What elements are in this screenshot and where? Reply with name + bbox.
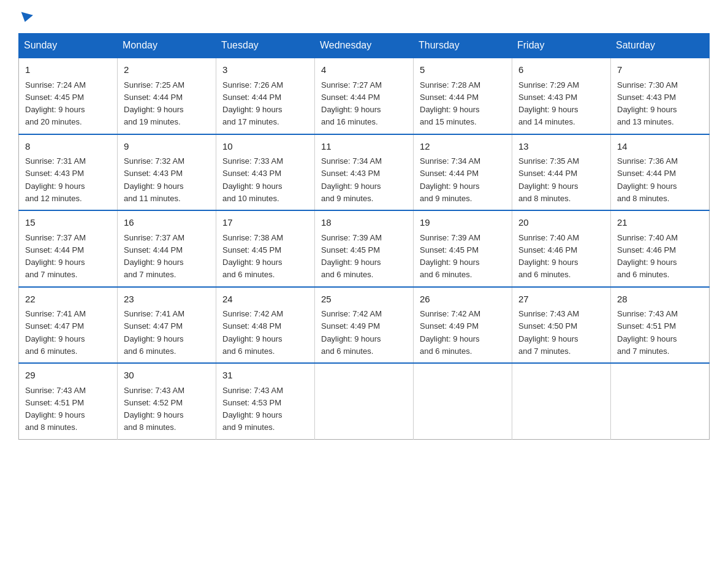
day-info: Sunrise: 7:42 AMSunset: 4:48 PMDaylight:… xyxy=(222,309,283,356)
day-number: 4 xyxy=(321,63,407,77)
day-number: 27 xyxy=(518,293,604,307)
day-info: Sunrise: 7:24 AMSunset: 4:45 PMDaylight:… xyxy=(25,80,86,127)
day-header-tuesday: Tuesday xyxy=(216,34,315,58)
calendar-cell: 18 Sunrise: 7:39 AMSunset: 4:45 PMDaylig… xyxy=(315,210,414,287)
day-info: Sunrise: 7:39 AMSunset: 4:45 PMDaylight:… xyxy=(420,233,480,280)
calendar-cell: 19 Sunrise: 7:39 AMSunset: 4:45 PMDaylig… xyxy=(414,210,512,287)
day-info: Sunrise: 7:27 AMSunset: 4:44 PMDaylight:… xyxy=(321,80,382,127)
day-info: Sunrise: 7:37 AMSunset: 4:44 PMDaylight:… xyxy=(124,233,184,280)
day-info: Sunrise: 7:28 AMSunset: 4:44 PMDaylight:… xyxy=(420,80,480,127)
calendar-cell: 6 Sunrise: 7:29 AMSunset: 4:43 PMDayligh… xyxy=(512,58,611,134)
day-info: Sunrise: 7:33 AMSunset: 4:43 PMDaylight:… xyxy=(222,156,283,203)
calendar-cell: 31 Sunrise: 7:43 AMSunset: 4:53 PMDaylig… xyxy=(216,363,315,439)
calendar-cell: 29 Sunrise: 7:43 AMSunset: 4:51 PMDaylig… xyxy=(19,363,118,439)
day-number: 14 xyxy=(617,140,703,154)
day-number: 26 xyxy=(420,293,506,307)
calendar-cell: 25 Sunrise: 7:42 AMSunset: 4:49 PMDaylig… xyxy=(315,287,414,364)
day-number: 24 xyxy=(222,293,308,307)
logo-triangle-icon xyxy=(19,12,33,24)
day-info: Sunrise: 7:36 AMSunset: 4:44 PMDaylight:… xyxy=(617,156,678,203)
day-number: 8 xyxy=(25,140,111,154)
day-number: 15 xyxy=(25,216,111,230)
calendar-cell xyxy=(611,363,710,439)
day-info: Sunrise: 7:35 AMSunset: 4:44 PMDaylight:… xyxy=(518,156,579,203)
week-row-5: 29 Sunrise: 7:43 AMSunset: 4:51 PMDaylig… xyxy=(19,363,710,439)
calendar-cell: 21 Sunrise: 7:40 AMSunset: 4:46 PMDaylig… xyxy=(611,210,710,287)
day-number: 9 xyxy=(124,140,210,154)
calendar-cell xyxy=(512,363,611,439)
day-info: Sunrise: 7:32 AMSunset: 4:43 PMDaylight:… xyxy=(124,156,184,203)
logo-line1 xyxy=(18,12,32,21)
day-header-thursday: Thursday xyxy=(414,34,512,58)
day-header-sunday: Sunday xyxy=(19,34,118,58)
day-info: Sunrise: 7:41 AMSunset: 4:47 PMDaylight:… xyxy=(124,309,184,356)
day-info: Sunrise: 7:43 AMSunset: 4:53 PMDaylight:… xyxy=(222,386,283,432)
day-info: Sunrise: 7:43 AMSunset: 4:50 PMDaylight:… xyxy=(518,309,579,356)
calendar-cell xyxy=(414,363,512,439)
day-number: 20 xyxy=(518,216,604,230)
day-info: Sunrise: 7:38 AMSunset: 4:45 PMDaylight:… xyxy=(222,233,283,280)
day-number: 28 xyxy=(617,293,703,307)
week-row-2: 8 Sunrise: 7:31 AMSunset: 4:43 PMDayligh… xyxy=(19,134,710,211)
day-info: Sunrise: 7:43 AMSunset: 4:52 PMDaylight:… xyxy=(124,386,184,432)
calendar-cell: 17 Sunrise: 7:38 AMSunset: 4:45 PMDaylig… xyxy=(216,210,315,287)
day-number: 29 xyxy=(25,369,111,383)
calendar-cell xyxy=(315,363,414,439)
day-number: 13 xyxy=(518,140,604,154)
day-number: 19 xyxy=(420,216,506,230)
calendar-cell: 28 Sunrise: 7:43 AMSunset: 4:51 PMDaylig… xyxy=(611,287,710,364)
calendar-cell: 30 Sunrise: 7:43 AMSunset: 4:52 PMDaylig… xyxy=(118,363,216,439)
day-number: 10 xyxy=(222,140,308,154)
calendar-cell: 10 Sunrise: 7:33 AMSunset: 4:43 PMDaylig… xyxy=(216,134,315,211)
calendar-cell: 15 Sunrise: 7:37 AMSunset: 4:44 PMDaylig… xyxy=(19,210,118,287)
day-header-monday: Monday xyxy=(118,34,216,58)
calendar-cell: 2 Sunrise: 7:25 AMSunset: 4:44 PMDayligh… xyxy=(118,58,216,134)
day-info: Sunrise: 7:42 AMSunset: 4:49 PMDaylight:… xyxy=(420,309,480,356)
day-info: Sunrise: 7:41 AMSunset: 4:47 PMDaylight:… xyxy=(25,309,86,356)
calendar-cell: 22 Sunrise: 7:41 AMSunset: 4:47 PMDaylig… xyxy=(19,287,118,364)
day-number: 22 xyxy=(25,293,111,307)
week-row-4: 22 Sunrise: 7:41 AMSunset: 4:47 PMDaylig… xyxy=(19,287,710,364)
week-row-1: 1 Sunrise: 7:24 AMSunset: 4:45 PMDayligh… xyxy=(19,58,710,134)
day-number: 1 xyxy=(25,63,111,77)
calendar-cell: 3 Sunrise: 7:26 AMSunset: 4:44 PMDayligh… xyxy=(216,58,315,134)
day-info: Sunrise: 7:40 AMSunset: 4:46 PMDaylight:… xyxy=(518,233,579,280)
day-info: Sunrise: 7:31 AMSunset: 4:43 PMDaylight:… xyxy=(25,156,86,203)
day-number: 30 xyxy=(124,369,210,383)
day-number: 23 xyxy=(124,293,210,307)
calendar-cell: 14 Sunrise: 7:36 AMSunset: 4:44 PMDaylig… xyxy=(611,134,710,211)
day-number: 2 xyxy=(124,63,210,77)
day-info: Sunrise: 7:29 AMSunset: 4:43 PMDaylight:… xyxy=(518,80,579,127)
day-info: Sunrise: 7:42 AMSunset: 4:49 PMDaylight:… xyxy=(321,309,382,356)
calendar-header: SundayMondayTuesdayWednesdayThursdayFrid… xyxy=(19,34,710,58)
day-info: Sunrise: 7:39 AMSunset: 4:45 PMDaylight:… xyxy=(321,233,382,280)
day-number: 3 xyxy=(222,63,308,77)
day-number: 21 xyxy=(617,216,703,230)
logo xyxy=(18,12,32,21)
calendar-body: 1 Sunrise: 7:24 AMSunset: 4:45 PMDayligh… xyxy=(19,58,710,439)
calendar-cell: 1 Sunrise: 7:24 AMSunset: 4:45 PMDayligh… xyxy=(19,58,118,134)
day-info: Sunrise: 7:37 AMSunset: 4:44 PMDaylight:… xyxy=(25,233,86,280)
day-number: 11 xyxy=(321,140,407,154)
day-number: 18 xyxy=(321,216,407,230)
day-info: Sunrise: 7:40 AMSunset: 4:46 PMDaylight:… xyxy=(617,233,678,280)
day-header-friday: Friday xyxy=(512,34,611,58)
day-number: 16 xyxy=(124,216,210,230)
calendar-cell: 24 Sunrise: 7:42 AMSunset: 4:48 PMDaylig… xyxy=(216,287,315,364)
day-number: 31 xyxy=(222,369,308,383)
calendar-cell: 8 Sunrise: 7:31 AMSunset: 4:43 PMDayligh… xyxy=(19,134,118,211)
calendar-cell: 4 Sunrise: 7:27 AMSunset: 4:44 PMDayligh… xyxy=(315,58,414,134)
calendar-cell: 20 Sunrise: 7:40 AMSunset: 4:46 PMDaylig… xyxy=(512,210,611,287)
calendar-cell: 12 Sunrise: 7:34 AMSunset: 4:44 PMDaylig… xyxy=(414,134,512,211)
calendar-cell: 23 Sunrise: 7:41 AMSunset: 4:47 PMDaylig… xyxy=(118,287,216,364)
calendar-table: SundayMondayTuesdayWednesdayThursdayFrid… xyxy=(18,33,710,440)
day-info: Sunrise: 7:34 AMSunset: 4:44 PMDaylight:… xyxy=(420,156,480,203)
day-info: Sunrise: 7:43 AMSunset: 4:51 PMDaylight:… xyxy=(617,309,678,356)
day-header-row: SundayMondayTuesdayWednesdayThursdayFrid… xyxy=(19,34,710,58)
calendar-cell: 16 Sunrise: 7:37 AMSunset: 4:44 PMDaylig… xyxy=(118,210,216,287)
calendar-cell: 7 Sunrise: 7:30 AMSunset: 4:43 PMDayligh… xyxy=(611,58,710,134)
day-number: 25 xyxy=(321,293,407,307)
week-row-3: 15 Sunrise: 7:37 AMSunset: 4:44 PMDaylig… xyxy=(19,210,710,287)
day-number: 17 xyxy=(222,216,308,230)
day-number: 5 xyxy=(420,63,506,77)
